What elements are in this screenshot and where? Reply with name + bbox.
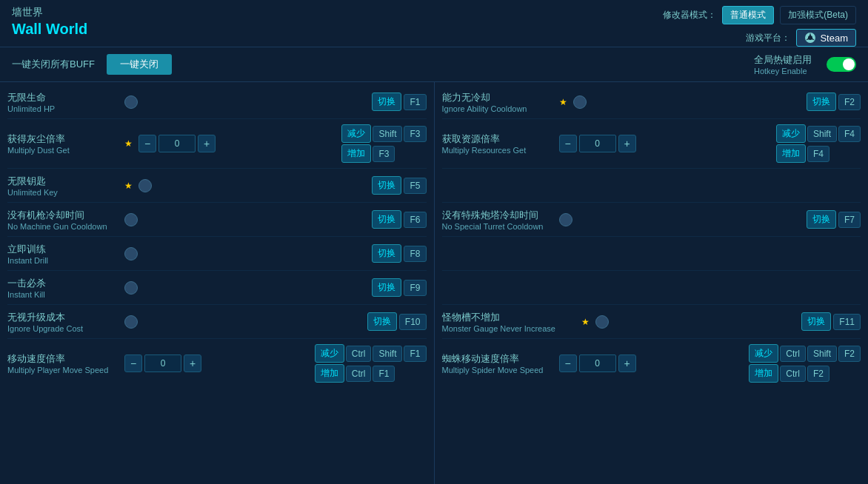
reduce-key-btn[interactable]: 减少 (341, 124, 371, 143)
feature-unlimited-hp: 无限生命 Unlimited HP 切换 F1 (7, 85, 427, 119)
feature-en: Ignore Upgrade Cost (7, 324, 118, 333)
f4-key-btn[interactable]: F4 (838, 126, 861, 142)
shift-key-btn[interactable]: Shift (807, 126, 837, 142)
minus-btn[interactable]: − (138, 135, 156, 152)
feature-label: 获得灰尘倍率 Multiply Dust Get (7, 132, 118, 155)
toggle-circle[interactable] (559, 213, 572, 226)
f4b-key-btn[interactable]: F4 (807, 146, 829, 162)
f1-key-btn[interactable]: F1 (404, 94, 426, 110)
f9-key-btn[interactable]: F9 (404, 280, 426, 296)
reduce-key-btn[interactable]: 减少 (749, 344, 778, 363)
f1-key-btn[interactable]: F1 (404, 346, 426, 362)
toggle-key-btn[interactable]: 切换 (801, 312, 831, 331)
key-group: 切换 F7 (807, 210, 861, 229)
f3b-key-btn[interactable]: F3 (373, 146, 395, 162)
shift-key-btn[interactable]: Shift (373, 126, 402, 142)
ctrl-key-btn[interactable]: Ctrl (780, 366, 806, 382)
key-group: 切换 F5 (372, 176, 426, 195)
dust-counter-input[interactable] (158, 135, 196, 152)
ctrl-key-btn[interactable]: Ctrl (346, 366, 372, 382)
header-controls: 修改器模式： 普通模式 加强模式(Beta) 游戏平台： Steam (663, 6, 856, 47)
increase-key-btn[interactable]: 增加 (776, 144, 806, 163)
toggle-circle[interactable] (138, 179, 152, 192)
feature-ability-cooldown: 能力无冷却 Ignore Ability Cooldown ★ 切换 F2 (442, 85, 861, 119)
normal-mode-button[interactable]: 普通模式 (722, 6, 774, 24)
feature-cn: 没有特殊炮塔冷却时间 (442, 209, 553, 222)
toggle-key-btn[interactable]: 切换 (372, 210, 401, 229)
toggle-circle[interactable] (573, 95, 587, 109)
feature-en: Multiply Dust Get (7, 146, 118, 155)
feature-cn: 无限钥匙 (7, 175, 118, 188)
feature-label: 怪物槽不增加 Monster Gauge Never Increase (442, 311, 575, 333)
f3-key-btn[interactable]: F3 (404, 126, 426, 142)
feature-dust: 获得灰尘倍率 Multiply Dust Get ★ − + 减少 Shift … (7, 119, 427, 169)
steam-button[interactable]: Steam (796, 29, 856, 47)
toggle-key-btn[interactable]: 切换 (372, 176, 401, 195)
increase-key-btn[interactable]: 增加 (341, 144, 371, 163)
toggle-circle[interactable] (124, 315, 138, 329)
player-speed-input[interactable] (144, 354, 181, 372)
spacer-row-2 (442, 237, 861, 271)
reduce-key-btn[interactable]: 减少 (315, 344, 344, 363)
toggle-key-btn[interactable]: 切换 (807, 93, 836, 111)
f2-key-btn[interactable]: F2 (838, 346, 861, 362)
feature-monster-gauge: 怪物槽不增加 Monster Gauge Never Increase ★ 切换… (442, 305, 861, 339)
feature-cn: 能力无冷却 (442, 91, 553, 104)
f5-key-btn[interactable]: F5 (404, 178, 426, 194)
toggle-circle[interactable] (124, 213, 138, 226)
f1b-key-btn[interactable]: F1 (373, 366, 395, 382)
toggle-key-btn[interactable]: 切换 (372, 278, 401, 297)
f8-key-btn[interactable]: F8 (404, 246, 426, 262)
toggle-circle[interactable] (595, 315, 609, 329)
feature-label: 没有特殊炮塔冷却时间 No Special Turret Cooldown (442, 209, 553, 231)
shift-key-btn[interactable]: Shift (807, 346, 837, 362)
toggle-circle[interactable] (124, 281, 138, 295)
shift-key-btn[interactable]: Shift (373, 346, 402, 362)
ctrl-key-btn[interactable]: Ctrl (346, 346, 372, 362)
feature-cn: 移动速度倍率 (7, 352, 118, 366)
feature-label: 无限生命 Unlimited HP (7, 91, 118, 113)
f11-key-btn[interactable]: F11 (833, 314, 861, 330)
f2-key-btn[interactable]: F2 (838, 94, 861, 110)
feature-en: Unlimited Key (7, 188, 118, 197)
ctrl-key-btn[interactable]: Ctrl (780, 346, 806, 362)
toggle-circle[interactable] (124, 95, 138, 109)
plus-btn[interactable]: + (618, 135, 636, 152)
minus-btn[interactable]: − (559, 354, 577, 372)
feature-en: Multiply Spider Move Speed (442, 366, 553, 374)
mode-label: 修改器模式： (663, 9, 716, 21)
f6-key-btn[interactable]: F6 (404, 212, 426, 228)
enhanced-mode-button[interactable]: 加强模式(Beta) (780, 6, 856, 24)
toggle-key-btn[interactable]: 切换 (367, 312, 397, 331)
resources-input[interactable] (579, 135, 616, 152)
key-group: 切换 F9 (372, 278, 426, 297)
f10-key-btn[interactable]: F10 (399, 314, 427, 330)
hotkey-section: 全局热键启用 Hotkey Enable (754, 53, 856, 75)
minus-btn[interactable]: − (124, 354, 142, 372)
feature-label: 无限钥匙 Unlimited Key (7, 175, 118, 197)
toggle-key-btn[interactable]: 切换 (807, 210, 836, 229)
minus-btn[interactable]: − (559, 135, 577, 152)
feature-cn: 获取资源倍率 (442, 132, 553, 146)
close-all-button[interactable]: 一键关闭 (107, 54, 172, 75)
feature-cn: 没有机枪冷却时间 (7, 209, 118, 222)
spider-speed-input[interactable] (579, 354, 616, 372)
key-group: 切换 F10 (367, 312, 427, 331)
key-group: 切换 F11 (801, 312, 861, 331)
f7-key-btn[interactable]: F7 (838, 212, 861, 228)
star-icon: ★ (124, 181, 133, 191)
reduce-key-btn[interactable]: 减少 (776, 124, 806, 143)
feature-machinegun: 没有机枪冷却时间 No Machine Gun Cooldown 切换 F6 (7, 203, 427, 237)
toggle-key-btn[interactable]: 切换 (372, 244, 401, 263)
hotkey-toggle[interactable] (827, 57, 856, 72)
toggle-key-btn[interactable]: 切换 (372, 93, 401, 111)
hotkey-en: Hotkey Enable (754, 67, 812, 75)
increase-key-btn[interactable]: 增加 (315, 364, 344, 383)
key-group: 切换 F2 (807, 93, 861, 111)
plus-btn[interactable]: + (198, 135, 216, 152)
increase-key-btn[interactable]: 增加 (749, 364, 778, 383)
f2b-key-btn[interactable]: F2 (807, 366, 829, 382)
plus-btn[interactable]: + (184, 354, 201, 372)
toggle-circle[interactable] (124, 247, 138, 261)
plus-btn[interactable]: + (618, 354, 636, 372)
